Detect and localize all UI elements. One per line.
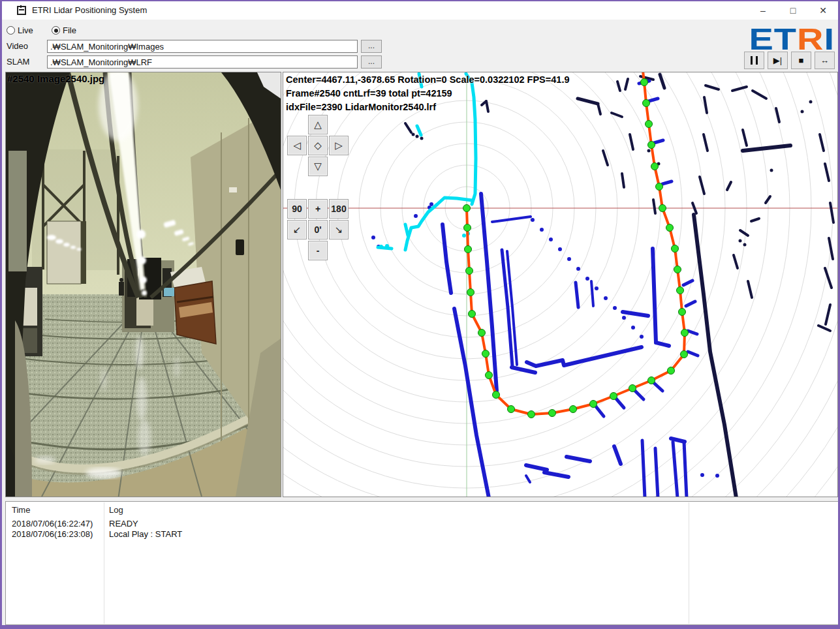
- title-bar[interactable]: ETRI Lidar Positioning System – □ ✕: [2, 1, 838, 20]
- app-window: ETRI Lidar Positioning System – □ ✕ Live…: [0, 0, 840, 629]
- pan-up-button[interactable]: △: [308, 115, 328, 134]
- pause-icon: [751, 56, 758, 65]
- video-browse-button[interactable]: ...: [361, 40, 382, 53]
- log-log-header: Log: [109, 505, 123, 515]
- log-entry-time: 2018/07/06(16:22:47): [12, 519, 93, 529]
- slam-path-input[interactable]: [47, 55, 358, 69]
- log-entry-row: 2018/07/06(16:22:47)READY: [6, 519, 838, 529]
- app-icon: [17, 6, 26, 15]
- rotate-180-button[interactable]: 180: [329, 199, 349, 219]
- camera-panel: #2540 Image2540.jpg: [5, 72, 281, 497]
- playback-controls: ▶| ■ ↔: [744, 52, 835, 69]
- close-button[interactable]: ✕: [808, 1, 838, 20]
- toolbar: Live File Video ... SLAM ... ETRI ▶| ■ ↔: [2, 20, 838, 71]
- rotate-90-button[interactable]: 90: [287, 199, 307, 219]
- log-entry-message: Local Play : START: [109, 529, 182, 539]
- step-button[interactable]: ▶|: [768, 52, 788, 69]
- radio-file-label: File: [63, 25, 76, 35]
- rotate-ccw-button[interactable]: ↙: [287, 220, 307, 239]
- log-time-header: Time: [12, 505, 30, 515]
- pan-center-button[interactable]: ◇: [308, 136, 328, 155]
- log-entry-time: 2018/07/06(16:23:08): [12, 529, 93, 539]
- pan-left-button[interactable]: ◁: [287, 136, 307, 155]
- radio-file-icon[interactable]: [52, 26, 60, 35]
- radio-live-label: Live: [18, 25, 33, 35]
- stop-button[interactable]: ■: [791, 52, 811, 69]
- log-panel: Time Log 2018/07/06(16:22:47)READY2018/0…: [5, 501, 838, 625]
- camera-frame-label: #2540 Image2540.jpg: [7, 73, 104, 84]
- rotate-cw-button[interactable]: ↘: [329, 220, 349, 239]
- pan-down-button[interactable]: ▽: [308, 157, 328, 176]
- slam-browse-button[interactable]: ...: [361, 55, 382, 69]
- log-entry-row: 2018/07/06(16:23:08)Local Play : START: [6, 529, 838, 540]
- radio-live-icon[interactable]: [7, 26, 15, 35]
- resize-button[interactable]: ↔: [815, 52, 835, 69]
- camera-image: [6, 72, 281, 497]
- video-label: Video: [7, 41, 28, 51]
- maximize-button[interactable]: □: [778, 1, 808, 20]
- window-frame: ETRI Lidar Positioning System – □ ✕ Live…: [2, 1, 838, 625]
- slam-label: SLAM: [7, 57, 29, 67]
- map-panel: Center=4467.11,-3678.65 Rotation=0 Scale…: [283, 72, 838, 497]
- zoom-out-button[interactable]: -: [308, 241, 328, 260]
- rotate-0-button[interactable]: 0': [308, 220, 328, 239]
- pan-right-button[interactable]: ▷: [329, 136, 349, 155]
- radio-file[interactable]: File: [52, 25, 76, 35]
- radio-live[interactable]: Live: [7, 25, 33, 35]
- zoom-in-button[interactable]: +: [308, 199, 328, 219]
- video-path-input[interactable]: [47, 40, 358, 53]
- minimize-button[interactable]: –: [748, 1, 778, 20]
- pause-button[interactable]: [744, 52, 764, 69]
- map-status-text: Center=4467.11,-3678.65 Rotation=0 Scale…: [286, 73, 569, 114]
- window-title: ETRI Lidar Positioning System: [32, 5, 147, 15]
- log-entry-message: READY: [109, 519, 138, 529]
- map-canvas[interactable]: [283, 72, 837, 497]
